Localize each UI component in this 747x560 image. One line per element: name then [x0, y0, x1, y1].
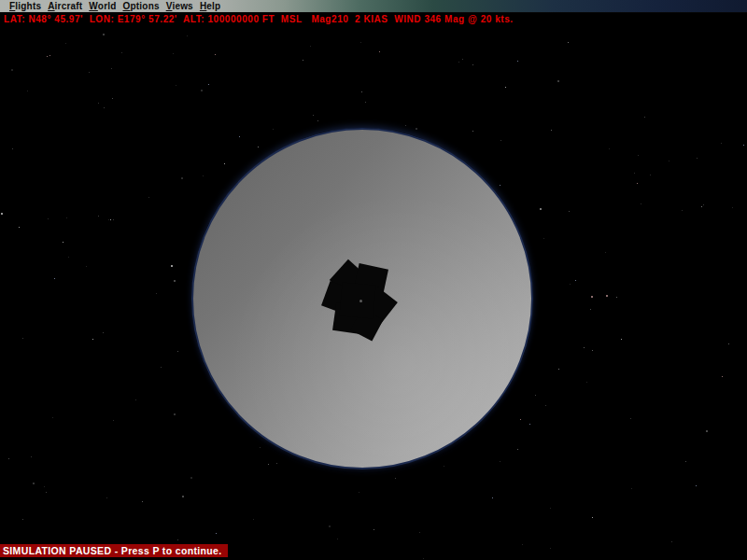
simulation-paused-text: SIMULATION PAUSED - Press P to continue. — [3, 544, 222, 557]
star — [522, 544, 523, 545]
telemetry-bar: LAT: N48° 45.97' LON: E179° 57.22' ALT: … — [0, 13, 747, 26]
star — [303, 60, 303, 61]
star — [103, 34, 105, 35]
star — [31, 456, 32, 457]
star — [472, 131, 473, 132]
star — [743, 145, 744, 146]
star — [8, 458, 9, 459]
star — [568, 42, 569, 43]
star — [592, 350, 593, 351]
star — [641, 203, 641, 204]
star — [416, 128, 417, 130]
star — [63, 242, 63, 243]
star — [317, 120, 318, 121]
star — [48, 218, 49, 219]
star — [148, 197, 149, 198]
star — [540, 208, 542, 210]
star — [173, 53, 174, 54]
star — [558, 369, 559, 370]
star — [110, 219, 111, 220]
star — [177, 351, 178, 352]
menu-flights[interactable]: Flights — [9, 0, 48, 12]
star — [728, 343, 729, 344]
star — [201, 90, 203, 91]
star — [273, 129, 274, 130]
star — [190, 477, 192, 479]
star — [313, 115, 314, 116]
star — [215, 54, 216, 55]
star — [46, 492, 47, 493]
star — [551, 130, 552, 131]
star — [621, 339, 622, 340]
star — [106, 497, 107, 498]
star — [575, 280, 576, 281]
star — [630, 418, 631, 419]
star — [419, 532, 420, 533]
star — [1, 213, 3, 215]
menu-aircraft[interactable]: Aircraft — [48, 0, 89, 12]
star — [187, 35, 188, 36]
simulation-paused-banner: SIMULATION PAUSED - Press P to continue. — [0, 544, 228, 557]
star — [98, 103, 99, 104]
star — [365, 102, 366, 103]
menu-options[interactable]: Options — [123, 0, 166, 12]
star — [444, 466, 444, 467]
star — [22, 338, 23, 339]
star — [545, 405, 546, 406]
star — [19, 227, 20, 228]
star — [557, 80, 559, 82]
space-scene — [0, 13, 747, 560]
star — [360, 42, 361, 43]
star — [113, 219, 114, 220]
star — [669, 161, 669, 161]
star — [379, 51, 380, 52]
star — [374, 529, 374, 530]
star — [535, 395, 536, 396]
star — [685, 461, 686, 462]
star — [135, 399, 136, 400]
star — [121, 52, 122, 53]
star — [253, 519, 254, 520]
star — [696, 485, 697, 486]
star — [634, 173, 635, 174]
star — [682, 210, 683, 211]
star — [671, 541, 672, 542]
star — [570, 284, 571, 285]
star — [605, 252, 606, 253]
star — [500, 185, 500, 186]
star — [517, 61, 518, 62]
star — [505, 87, 506, 88]
star — [44, 486, 45, 487]
star — [616, 297, 617, 298]
star — [182, 496, 184, 497]
star — [543, 238, 544, 239]
star — [66, 217, 67, 218]
star — [177, 539, 178, 540]
star — [609, 148, 610, 149]
star — [208, 84, 209, 85]
star — [359, 492, 359, 493]
star — [462, 59, 463, 60]
star — [569, 211, 570, 212]
star — [203, 175, 204, 176]
star — [47, 56, 48, 57]
star — [12, 148, 13, 149]
star — [500, 461, 500, 462]
debris-square — [339, 282, 375, 318]
star — [174, 413, 176, 415]
menu-help[interactable]: Help — [200, 0, 227, 12]
star — [644, 117, 645, 118]
star — [732, 207, 733, 208]
star — [27, 91, 28, 91]
star — [529, 424, 530, 425]
menu-world[interactable]: World — [89, 0, 122, 12]
xplane-window: Flights Aircraft World Options Views Hel… — [0, 0, 747, 560]
star — [706, 430, 708, 432]
star — [142, 501, 143, 502]
star — [458, 62, 459, 63]
star — [631, 488, 632, 489]
star — [111, 68, 112, 69]
menu-views[interactable]: Views — [166, 0, 200, 12]
star — [337, 539, 338, 539]
star — [721, 143, 722, 144]
